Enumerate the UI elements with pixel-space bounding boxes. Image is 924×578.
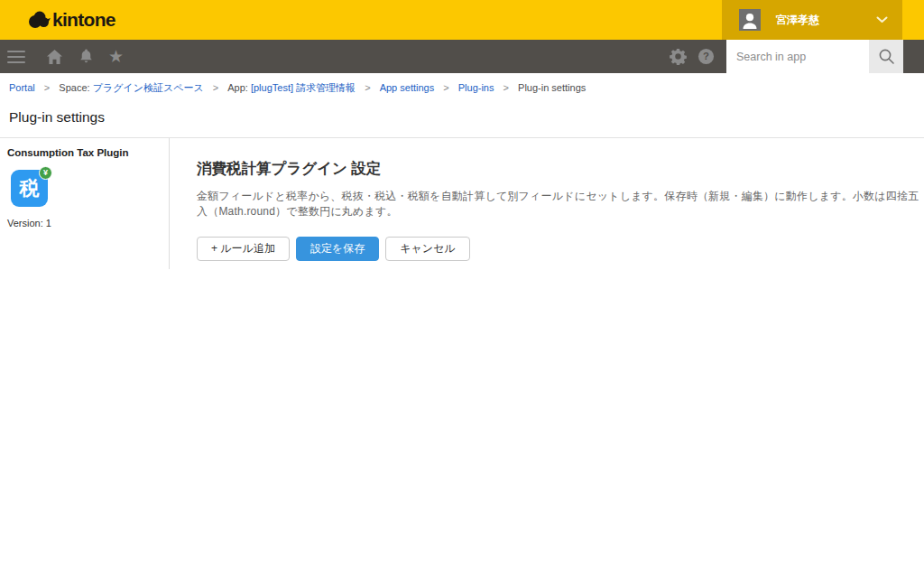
settings-actions: + ルール追加 設定を保存 キャンセル	[197, 237, 924, 261]
settings-gear-icon[interactable]	[670, 40, 687, 73]
breadcrumb-separator: >	[213, 82, 218, 93]
kintone-logo[interactable]: kintone	[27, 9, 116, 31]
breadcrumb-separator: >	[365, 82, 370, 93]
kintone-logo-text: kintone	[52, 9, 116, 31]
search-input[interactable]	[726, 40, 869, 73]
plugin-version: Version: 1	[7, 218, 162, 228]
user-name: 宮澤孝慈	[776, 13, 876, 28]
search-icon	[878, 48, 895, 65]
svg-text:?: ?	[703, 51, 709, 61]
person-icon	[739, 9, 761, 31]
breadcrumb-separator: >	[443, 82, 448, 93]
content: Consumption Tax Plugin 税 ¥ Version: 1 消費…	[0, 138, 924, 269]
favorites-star-icon[interactable]: ★	[108, 40, 124, 73]
breadcrumb-item-plugins[interactable]: Plug-ins	[458, 82, 494, 93]
plugin-icon: 税 ¥	[11, 170, 48, 207]
settings-description: 金額フィールドと税率から、税抜・税込・税額を自動計算して別フィールドにセットしま…	[197, 189, 924, 219]
breadcrumb-item-app-settings[interactable]: App settings	[380, 82, 435, 93]
home-icon[interactable]	[46, 40, 63, 73]
menu-icon[interactable]	[7, 51, 25, 63]
cancel-button[interactable]: キャンセル	[385, 237, 469, 261]
kintone-logo-icon	[27, 9, 51, 31]
user-menu[interactable]: 宮澤孝慈	[722, 0, 902, 40]
help-icon[interactable]: ?	[698, 40, 715, 73]
user-avatar	[739, 9, 761, 31]
toolbar-right: ?	[670, 40, 903, 73]
tax-kanji-icon: 税	[20, 175, 40, 202]
add-rule-button[interactable]: + ルール追加	[197, 237, 290, 261]
plugin-name: Consumption Tax Plugin	[7, 147, 162, 158]
breadcrumb-separator: >	[44, 82, 50, 93]
settings-heading: 消費税計算プラグイン 設定	[197, 159, 924, 179]
breadcrumb-item-current: Plug-in settings	[518, 82, 586, 93]
search-box	[726, 40, 903, 73]
yen-badge-icon: ¥	[39, 166, 52, 180]
plugin-sidebar: Consumption Tax Plugin 税 ¥ Version: 1	[0, 138, 170, 269]
notifications-bell-icon[interactable]	[79, 40, 94, 73]
app-header: kintone 宮澤孝慈	[0, 0, 924, 40]
breadcrumb: Portal > Space: プラグイン検証スペース > App: [plug…	[0, 73, 924, 95]
plugin-settings-panel: 消費税計算プラグイン 設定 金額フィールドと税率から、税抜・税込・税額を自動計算…	[170, 138, 924, 269]
breadcrumb-separator: >	[504, 82, 509, 93]
chevron-down-icon	[876, 16, 888, 23]
breadcrumb-item-space[interactable]: Space: プラグイン検証スペース	[59, 82, 203, 93]
breadcrumb-item-portal[interactable]: Portal	[9, 82, 35, 93]
breadcrumb-item-app[interactable]: App: [plugTest] 請求管理情報	[227, 82, 356, 93]
search-button[interactable]	[869, 40, 903, 73]
toolbar: ★ ?	[0, 40, 924, 73]
save-settings-button[interactable]: 設定を保存	[296, 237, 379, 261]
page-title: Plug-in settings	[9, 109, 915, 126]
